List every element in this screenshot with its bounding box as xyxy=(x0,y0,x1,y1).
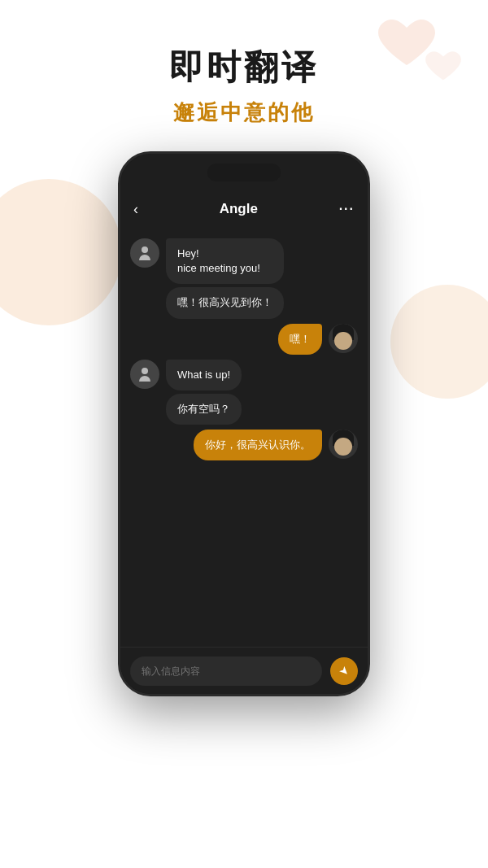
phone-screen: ‹ Angle ··· Hey! nice meeting you! xyxy=(120,154,368,694)
phone-notch xyxy=(207,164,281,181)
translation-bubble-1: 嘿！很高兴见到你！ xyxy=(166,287,284,318)
send-button[interactable]: ➤ xyxy=(330,657,358,685)
self-avatar-4 xyxy=(329,430,358,459)
sender-avatar-3 xyxy=(130,360,159,389)
hero-section: 即时翻译 邂逅中意的他 xyxy=(0,0,488,151)
message-row-2: 嘿！ xyxy=(130,324,358,355)
message-bubble-group-4: 你好，很高兴认识你。 xyxy=(194,430,322,460)
avatar-person-icon-3 xyxy=(137,367,152,382)
chat-body: Hey! nice meeting you! 嘿！很高兴见到你！ xyxy=(120,229,368,647)
message-row-4: 你好，很高兴认识你。 xyxy=(130,430,358,460)
self-avatar-2 xyxy=(329,324,358,353)
back-button[interactable]: ‹ xyxy=(133,201,138,218)
phone-wrapper: ‹ Angle ··· Hey! nice meeting you! xyxy=(0,151,488,696)
message-bubble-group-3: What is up! 你有空吗？ xyxy=(166,360,242,425)
message-row-1: Hey! nice meeting you! 嘿！很高兴见到你！ xyxy=(130,238,358,319)
message-bubble-group-2: 嘿！ xyxy=(278,324,322,355)
avatar-face xyxy=(334,332,352,350)
phone-frame: ‹ Angle ··· Hey! nice meeting you! xyxy=(118,151,370,696)
message-bubble-3: What is up! xyxy=(166,360,242,390)
hero-title: 即时翻译 xyxy=(0,45,488,90)
chat-input-area: ➤ xyxy=(120,647,368,694)
send-icon: ➤ xyxy=(337,663,353,679)
message-row-3: What is up! 你有空吗？ xyxy=(130,360,358,425)
chat-header: ‹ Angle ··· xyxy=(120,190,368,229)
sender-avatar-1 xyxy=(130,238,159,268)
avatar-person-icon xyxy=(137,246,152,260)
more-options-button[interactable]: ··· xyxy=(339,202,355,216)
translation-bubble-3: 你有空吗？ xyxy=(166,394,242,425)
message-bubble-group-1: Hey! nice meeting you! 嘿！很高兴见到你！ xyxy=(166,238,284,319)
message-bubble-1: Hey! nice meeting you! xyxy=(166,238,284,284)
avatar-face-4 xyxy=(334,438,352,456)
message-bubble-2: 嘿！ xyxy=(278,324,322,355)
message-input[interactable] xyxy=(130,656,322,686)
message-bubble-4: 你好，很高兴认识你。 xyxy=(194,430,322,460)
chat-title: Angle xyxy=(220,201,258,217)
hero-subtitle: 邂逅中意的他 xyxy=(0,98,488,127)
